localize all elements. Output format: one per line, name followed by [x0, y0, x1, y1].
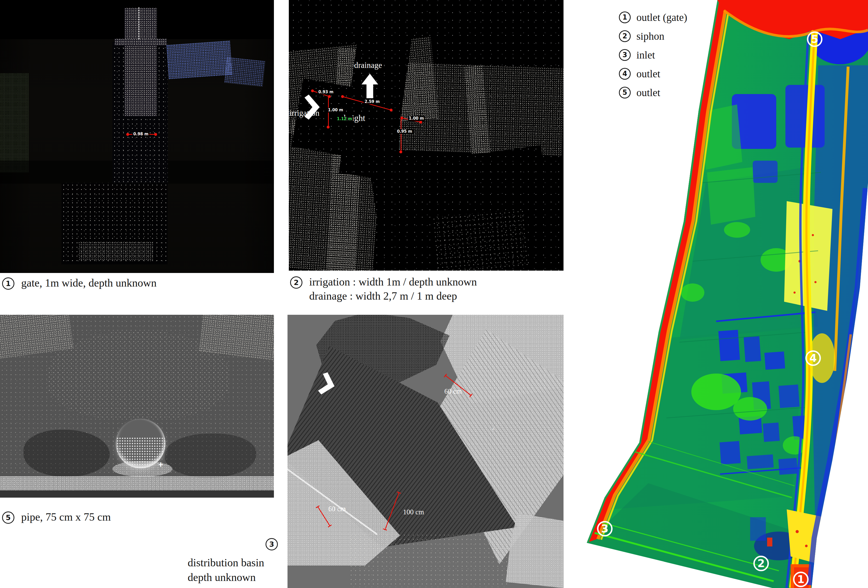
measure-label-100: 100 cm [402, 508, 425, 516]
svg-text:3: 3 [601, 523, 608, 535]
measure-label-259: 2.59 m [363, 99, 381, 104]
bright-green-blob-4 [681, 283, 704, 302]
upper-dome-texture [47, 330, 230, 419]
measure-dot-2 [399, 150, 402, 153]
caption-pipe: 5 pipe, 75 cm x 75 cm [2, 511, 111, 526]
caption-channels: 2 irrigation : width 1m / depth unknown … [290, 276, 477, 305]
panel-pipe-pointcloud: + [0, 315, 274, 498]
drainage-label: drainage [354, 60, 382, 70]
red-speck-2 [805, 545, 807, 547]
gate-crossbar [115, 39, 167, 46]
caption-basin-line2: depth unknown [187, 570, 264, 585]
bottom-dark-strip [0, 490, 274, 498]
blue-field-4 [750, 517, 766, 541]
caption-gate-number: 1 [2, 277, 14, 290]
blue-points-patch [166, 40, 233, 80]
caption-basin-line1: distribution basin [187, 556, 264, 570]
bright-green-blob-1 [691, 374, 741, 410]
measure-label-095: 0.95 m [396, 129, 413, 134]
panel-basin-pointcloud: + 60 cm 60 cm 100 cm [288, 315, 564, 588]
blue-field-3 [753, 161, 778, 183]
caption-pipe-text: pipe, 75 cm x 75 cm [21, 510, 111, 524]
measure-label-093: 0.93 m [317, 90, 335, 94]
bright-green-blob-5 [724, 222, 750, 238]
caption-basin-text: distribution basin depth unknown [187, 556, 264, 585]
gate-antenna [138, 7, 140, 40]
red-speck-3 [767, 538, 772, 547]
measure-line-095 [401, 118, 402, 152]
caption-gate: 1 gate, 1m wide, depth unknown [2, 277, 156, 292]
measure-label-60a: 60 cm [443, 388, 463, 396]
caption-channels-text: irrigation : width 1m / depth unknown dr… [309, 275, 477, 303]
green-field-2 [707, 167, 755, 225]
starfield-overlay [289, 0, 564, 271]
caption-basin-number: 3 [266, 538, 278, 550]
svg-text:4: 4 [809, 352, 817, 364]
measure-label-100a: 1.00 m [327, 108, 344, 113]
measure-label-112: 1.12 m [336, 116, 353, 121]
panel-channels-pointcloud: drainage irrigation height 0.93 m 1.00 m… [289, 0, 564, 271]
svg-text:5: 5 [811, 33, 818, 45]
elevation-map: 5 4 3 2 1 [570, 0, 868, 588]
survey-cross-marker: + [158, 461, 164, 469]
red-speck-1 [796, 530, 799, 533]
caption-pipe-number: 5 [2, 511, 14, 524]
gate-tower [124, 8, 157, 116]
bottom-center-speckle [349, 533, 508, 588]
measure-label-60b: 60 cm [327, 505, 347, 513]
caption-gate-text: gate, 1m wide, depth unknown [21, 276, 156, 290]
panel-gate-pointcloud: 0.98 m [0, 0, 274, 273]
measure-label-098: 0.98 m [132, 132, 149, 137]
svg-text:1: 1 [797, 573, 805, 585]
caption-channels-line1: irrigation : width 1m / depth unknown [309, 275, 477, 289]
elevation-map-content [570, 0, 868, 588]
vegetation-shadow [0, 73, 29, 172]
svg-text:2: 2 [757, 557, 765, 569]
figure-page: 0.98 m drainage irrigation height 0.93 m… [0, 0, 868, 588]
caption-channels-line2: drainage : width 2,7 m / 1 m deep [309, 289, 477, 303]
measure-label-100b: 1.00 m [408, 116, 425, 121]
bright-green-blob-2 [733, 397, 767, 420]
bottom-bright-band [0, 476, 274, 491]
blue-points-patch-2 [224, 57, 265, 87]
survey-cross-marker-2: + [491, 426, 496, 432]
measure-dot [327, 126, 329, 128]
pit-floor-texture [78, 242, 153, 261]
caption-channels-number: 2 [290, 276, 303, 289]
